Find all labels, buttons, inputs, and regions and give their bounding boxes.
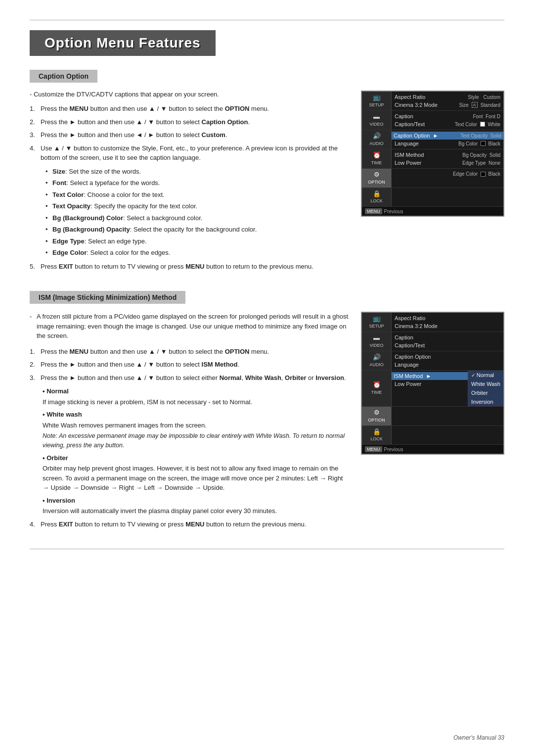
page-title: Option Menu Features <box>44 35 201 51</box>
sidebar-setup: 📺 SETUP <box>362 92 392 110</box>
option-content: Edge Color Black <box>392 169 503 188</box>
ism-submenu-orbiter: Orbiter <box>468 388 503 397</box>
ism-sidebar-time: ⏰ TIME <box>362 371 392 406</box>
sidebar-option: ⚙ OPTION <box>362 169 392 188</box>
ism-sidebar-setup: 📺 SETUP <box>362 313 392 331</box>
ism-content: A frozen still picture from a PC/video g… <box>30 312 349 534</box>
ism-menu-item-caption-option: Caption Option <box>395 353 500 361</box>
menu-item-language: Language Bg Color Black <box>395 140 500 147</box>
lock-label: LOCK <box>370 198 383 204</box>
video-content: Caption Font Font D Caption/Text Text Co… <box>392 111 503 130</box>
setup-icon: 📺 <box>373 94 381 102</box>
ism-menu-row-setup: 📺 SETUP Aspect Ratio Cinema 3:2 Mode <box>362 313 503 332</box>
ism-menu-item-language: Language <box>395 361 500 369</box>
ism-sidebar-video: ▬ VIDEO <box>362 332 392 351</box>
menu-item-edge-color: Edge Color Black <box>395 170 500 178</box>
menu-btn: MENU <box>365 208 382 214</box>
audio-content: Caption Option ► Text Opacity Solid Lang… <box>392 130 503 149</box>
ism-sidebar-option: ⚙ OPTION <box>362 407 392 425</box>
ism-lock-label: LOCK <box>370 436 383 442</box>
caption-steps: 1. Press the MENU button and then use ▲ … <box>30 104 349 271</box>
menu-item-caption: Caption Font Font D <box>395 112 500 120</box>
ism-audio-icon: 🔊 <box>373 353 381 362</box>
sidebar-lock: 🔒 LOCK <box>362 188 392 207</box>
menu-item-caption-option: Caption Option ► Text Opacity Solid <box>392 132 503 140</box>
ism-video-content: Caption Caption/Text <box>392 332 503 351</box>
sub-orbiter-header: • Orbiter <box>43 453 349 463</box>
bullet-edge-color: Edge Color: Select a color for the edges… <box>45 248 349 258</box>
video-icon: ▬ <box>373 113 380 121</box>
menu-item-aspect-ratio: Aspect Ratio StyleCustom <box>395 93 500 101</box>
ism-time-content: ISM Method ► Low Power <box>392 371 468 406</box>
ism-step-3: 3. Press the ► button and then use ▲ / ▼… <box>30 373 349 516</box>
page-footer: Owner's Manual 33 <box>453 734 504 741</box>
ism-section-row: A frozen still picture from a PC/video g… <box>30 312 504 534</box>
ism-menu-item-aspect-ratio: Aspect Ratio <box>395 314 500 322</box>
ism-submenu-whitewash: White Wash <box>468 379 503 388</box>
caption-step-2: 2. Press the ► button and then use ▲ / ▼… <box>30 117 349 127</box>
ism-section: ISM (Image Sticking Minimization) Method… <box>30 291 504 534</box>
ism-menu-item-caption: Caption <box>395 333 500 341</box>
ism-menu-row-audio: 🔊 AUDIO Caption Option Language <box>362 351 503 371</box>
sub-normal-text: If image sticking is never a problem, IS… <box>43 397 349 407</box>
menu-row-audio: 🔊 AUDIO Caption Option ► Text Opacity So… <box>362 130 503 149</box>
option-label: OPTION <box>368 180 385 186</box>
ism-video-icon: ▬ <box>373 334 380 342</box>
ism-menu-row-time: ⏰ TIME ISM Method ► Low Power <box>362 371 503 407</box>
sub-whitewash-text: White Wash removes permanent images from… <box>43 421 349 430</box>
menu-item-caption-text: Caption/Text Text Color White <box>395 120 500 128</box>
caption-menu-widget: 📺 SETUP Aspect Ratio StyleCustom Cinema … <box>361 91 504 217</box>
caption-step-1: 1. Press the MENU button and then use ▲ … <box>30 104 349 114</box>
ism-menu-row-option: ⚙ OPTION <box>362 407 503 426</box>
bullet-text-opacity: Text Opacity: Specify the opacity for th… <box>45 201 349 211</box>
caption-bullets: Size: Set the size of the words. Font: S… <box>45 167 349 258</box>
ism-step-1: 1. Press the MENU button and then use ▲ … <box>30 347 349 357</box>
title-banner: Option Menu Features <box>30 30 216 56</box>
ism-audio-content: Caption Option Language <box>392 351 503 370</box>
ism-menu-footer: MENU Previous <box>362 445 503 454</box>
sub-whitewash-header: • White wash <box>43 410 349 420</box>
ism-menu-item-caption-text: Caption/Text <box>395 341 500 349</box>
bullet-bg-color: Bg (Background) Color: Select a backgrou… <box>45 213 349 223</box>
ism-menu-row-video: ▬ VIDEO Caption Caption/Text <box>362 332 503 351</box>
sub-orbiter-text: Orbiter may help prevent ghost images. H… <box>43 464 349 493</box>
time-icon: ⏰ <box>373 151 381 160</box>
caption-tv-menu: 📺 SETUP Aspect Ratio StyleCustom Cinema … <box>361 91 504 217</box>
time-content: ISM Method Bg Opacity Solid Low Power Ed… <box>392 149 503 168</box>
setup-label: SETUP <box>369 102 384 108</box>
ism-menu-row-lock: 🔒 LOCK <box>362 426 503 445</box>
ism-menu-item-low-power: Low Power <box>395 380 465 388</box>
setup-content: Aspect Ratio StyleCustom Cinema 3:2 Mode… <box>392 92 503 110</box>
sub-inversion-header: • Inversion <box>43 496 349 506</box>
bottom-rule <box>30 549 504 549</box>
page: Option Menu Features Caption Option - Cu… <box>0 0 534 756</box>
ism-audio-label: AUDIO <box>369 362 384 368</box>
menu-item-ism: ISM Method Bg Opacity Solid <box>395 151 500 159</box>
lock-icon: 🔒 <box>373 190 381 198</box>
ism-time-icon: ⏰ <box>373 381 381 389</box>
menu-row-time: ⏰ TIME ISM Method Bg Opacity Solid Low P… <box>362 149 503 169</box>
caption-section-heading: Caption Option <box>30 70 97 83</box>
caption-content: - Customize the DTV/CADTV captions that … <box>30 91 349 276</box>
menu-row-video: ▬ VIDEO Caption Font Font D Caption/Text… <box>362 111 503 130</box>
menu-row-option: ⚙ OPTION Edge Color Black <box>362 169 503 188</box>
ism-sidebar-lock: 🔒 LOCK <box>362 426 392 445</box>
caption-step-5: 5. Press EXIT button to return to TV vie… <box>30 262 349 272</box>
ism-menu-item-ism-method: ISM Method ► <box>392 372 468 380</box>
bullet-text-color: Text Color: Choose a color for the text. <box>45 190 349 200</box>
sidebar-time: ⏰ TIME <box>362 149 392 168</box>
ism-submenu-normal: Normal <box>468 371 503 379</box>
ism-menu-widget: 📺 SETUP Aspect Ratio Cinema 3:2 Mode <box>361 312 504 455</box>
ism-submenu: Normal White Wash Orbiter Inversion <box>468 371 503 406</box>
bullet-edge-type: Edge Type: Select an edge type. <box>45 236 349 246</box>
ism-step-2: 2. Press the ► button and then use ▲ / ▼… <box>30 360 349 370</box>
sub-whitewash-note: Note: An excessive permanent image may b… <box>43 431 349 450</box>
menu-row-lock: 🔒 LOCK <box>362 188 503 207</box>
video-label: VIDEO <box>369 122 383 128</box>
menu-item-cinema: Cinema 3:2 Mode Size A Standard <box>395 101 500 109</box>
caption-section: Caption Option - Customize the DTV/CADTV… <box>30 70 504 276</box>
bullet-bg-opacity: Bg (Background) Opacity: Select the opac… <box>45 225 349 235</box>
ism-setup-label: SETUP <box>369 324 384 330</box>
ism-setup-content: Aspect Ratio Cinema 3:2 Mode <box>392 313 503 331</box>
ism-option-label: OPTION <box>368 418 385 424</box>
